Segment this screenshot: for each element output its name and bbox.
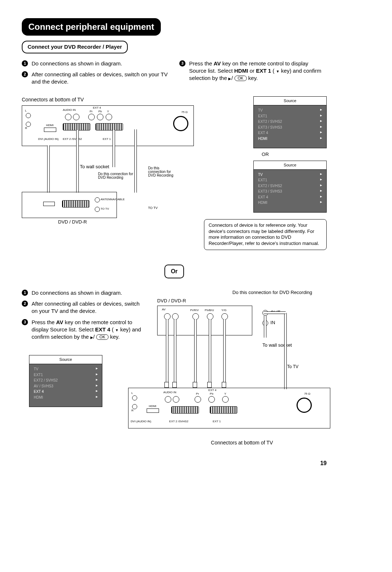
y-label-2: Y <box>224 392 226 395</box>
scart-ext2-2 <box>171 406 199 414</box>
av2-port <box>172 313 179 320</box>
tri-icon: ▶ <box>320 200 322 205</box>
source-title: Source <box>29 355 102 364</box>
antenna-port <box>173 116 188 131</box>
pb-label: Pb <box>98 110 102 113</box>
diagram-1: Connectors at bottom of TV EXT 4 L R AUD… <box>22 96 194 225</box>
prrv-port <box>192 313 199 320</box>
antenna-port-2 <box>297 398 312 413</box>
step-b2-text: After connecting all cables or devices, … <box>32 300 147 315</box>
source-title: Source <box>254 161 326 170</box>
t: / <box>93 334 96 340</box>
scart-ext1 <box>95 123 123 130</box>
audio-r3-port <box>165 396 171 403</box>
dvd-panel-2: AV Pr/R/V Pb/B/U Y/G <box>157 306 252 335</box>
audio-in-label-2: AUDIO IN <box>163 391 176 394</box>
ok-key-icon: OK <box>234 76 247 81</box>
bullet-3-icon: 3 <box>179 60 185 67</box>
step-b2: 2 After connecting all cables or devices… <box>22 300 147 315</box>
source-menu-3: Source TV▶ EXT1▶ EXT2 / SVHS2▶ AV / SVHS… <box>29 355 102 407</box>
t: Press the <box>189 60 214 67</box>
audio-r2-port <box>65 114 72 120</box>
ohm-label: 75 Ω <box>181 111 188 114</box>
bottom-row: 1 Do connections as shown in diagram. 2 … <box>22 289 327 448</box>
connectors-label-2: Connectors at bottom of TV <box>157 439 327 446</box>
scart-ext1-2 <box>210 406 237 414</box>
source-list: TV▶ EXT1▶ EXT2 / SVHS2▶ EXT3 / SVHS3▶ EX… <box>254 170 326 212</box>
av-label: AV <box>162 308 166 311</box>
pr-label-2: Pr <box>196 392 199 395</box>
y-label: Y <box>107 110 109 113</box>
ohm-label-2: 75 Ω <box>304 392 310 395</box>
or-label-1: OR <box>204 151 327 158</box>
src-item: EXT3 / SVHS3 <box>258 189 282 194</box>
tri-icon: ▶ <box>320 114 322 119</box>
steps-top-row: 1 Do connections as shown in diagram. 2 … <box>22 60 327 89</box>
dvd-label-2: DVD / DVD-R <box>157 298 327 304</box>
audio-r-port-2 <box>132 404 137 409</box>
tv-panel-2: EXT 4 L R AUDIO IN Pr Pb Y 75 Ω HDMI <box>128 388 330 428</box>
tri-icon: ▶ <box>96 372 98 378</box>
src-item: EXT 4 <box>258 195 268 200</box>
yg-port <box>221 313 228 320</box>
page-number: 19 <box>22 459 327 467</box>
prrv-label: Pr/R/V <box>190 309 199 312</box>
r-label: R <box>25 127 27 130</box>
page-title: Connect peripheral equipment <box>22 18 161 36</box>
plug-icon <box>164 382 169 388</box>
tri-icon: ▶ <box>320 178 322 183</box>
step-b1: 1 Do connections as shown in diagram. <box>22 289 147 297</box>
y-port-2 <box>222 396 229 403</box>
tri-icon: ▶ <box>320 172 322 177</box>
src-item: EXT3 / SVHS3 <box>258 125 282 130</box>
cable-a3 <box>194 319 197 385</box>
ext2-label-2: EXT 2 /SVHS2 <box>169 420 188 423</box>
to-tv-side-label: TO TV <box>148 206 158 210</box>
steps-top-right: 3 Press the AV key on the remote control… <box>179 60 327 86</box>
audio-in-label: AUDIO IN <box>63 109 76 112</box>
pr-port-2 <box>195 396 201 403</box>
source-menu-1: Source TV▶ EXT1▶ EXT2 / SVHS2▶ EXT3 / SV… <box>253 96 327 148</box>
do-rec-label-2: Do this connection for DVD Recording <box>148 166 173 177</box>
src-item: EXT2 / SVHS2 <box>258 119 282 124</box>
pb-port-2 <box>208 396 215 403</box>
src-item: EXT1 <box>34 372 43 378</box>
source-list: TV▶ EXT1▶ EXT2 / SVHS2▶ AV / SVHS3▶ EXT … <box>29 364 102 407</box>
cable-scart <box>76 130 79 193</box>
src-item: HDMI <box>34 395 43 400</box>
ext1-label-2: EXT 1 <box>213 420 221 423</box>
src-item: EXT2 / SVHS2 <box>258 184 282 189</box>
step-3-text: Press the AV key on the remote control t… <box>189 60 327 82</box>
do-rec-label-1: Do this connection for DVD Recording <box>98 172 138 180</box>
to-tv-small-label: TO TV <box>101 208 109 210</box>
tri-icon: ▶ <box>320 184 322 189</box>
do-rec-top-label: Do this connection for DVD Recording <box>157 289 327 296</box>
dvd-ant-port <box>95 197 100 202</box>
dvd-label: DVD / DVD-R <box>58 219 87 225</box>
t: Press the <box>32 319 56 325</box>
tri-icon: ▶ <box>320 136 322 141</box>
hdmi-label-2: HDMI <box>149 405 156 408</box>
dvi-label-2: DVI (AUDIO IN) <box>131 420 151 423</box>
ext4-bold: EXT 4 <box>95 326 110 333</box>
cable-out-h <box>264 311 286 314</box>
wall-socket-label: To wall socket <box>80 164 109 170</box>
r-label-2: R <box>131 409 134 412</box>
tri-icon: ▶ <box>320 189 322 194</box>
audio-l3-port <box>173 396 179 403</box>
tri-icon: ▶ <box>320 108 322 113</box>
src-item-hi: HDMI <box>258 136 268 141</box>
plug-icon <box>207 382 212 388</box>
pr-port <box>88 114 95 120</box>
step-3: 3 Press the AV key on the remote control… <box>179 60 327 82</box>
connectors-label: Connectors at bottom of TV <box>22 96 194 103</box>
ext1-bold: EXT 1 <box>256 68 271 74</box>
src-item: AV / SVHS3 <box>34 384 53 389</box>
antenna-cable-label: ANTENNA/CABLE <box>101 198 125 201</box>
t: / <box>231 75 234 81</box>
or-divider: Or <box>22 250 327 289</box>
t: ( <box>271 68 276 74</box>
cable-ant <box>134 129 137 193</box>
step-b1-text: Do connections as shown in diagram. <box>32 289 122 297</box>
audio-l-port-2 <box>132 395 137 400</box>
